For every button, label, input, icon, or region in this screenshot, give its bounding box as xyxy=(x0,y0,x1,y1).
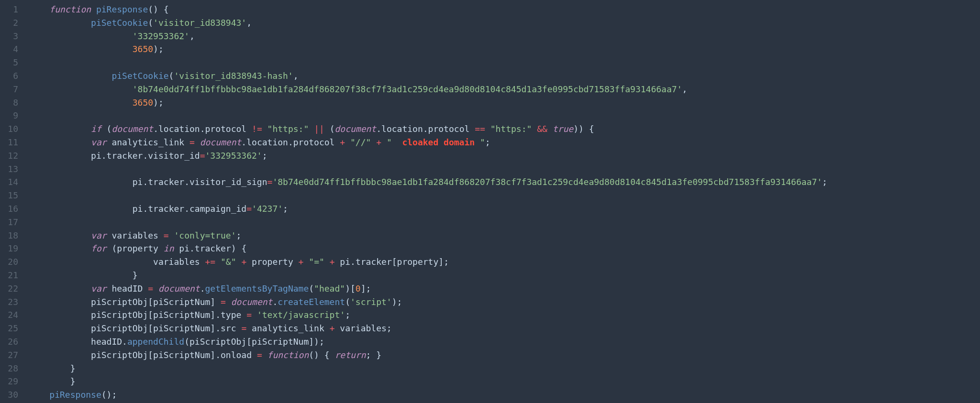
space xyxy=(532,124,537,134)
token-punct: ( xyxy=(148,18,153,28)
token-doc: document xyxy=(200,137,242,147)
space xyxy=(236,323,242,333)
token-punct: ; xyxy=(485,137,490,147)
token-punct: } xyxy=(376,350,381,360)
line-number: 21 xyxy=(0,269,18,282)
token-plain: variables xyxy=(340,323,387,333)
indent xyxy=(29,44,133,54)
line-10: if (document.location.protocol != "https… xyxy=(29,122,980,136)
indent xyxy=(29,137,91,147)
token-op: = xyxy=(257,350,262,360)
space xyxy=(169,230,174,240)
token-punct: } xyxy=(70,376,76,386)
token-num: 3650 xyxy=(133,98,153,108)
token-kw: true xyxy=(553,124,573,134)
token-punct: ; xyxy=(822,177,827,187)
space xyxy=(397,137,402,147)
token-plain: piScriptObj xyxy=(91,297,148,307)
token-punct: ] xyxy=(361,283,366,294)
line-number: 6 xyxy=(0,69,18,83)
paren-pair: () xyxy=(148,4,158,14)
token-punct: . xyxy=(122,337,127,347)
token-str: 'text/javascript' xyxy=(257,310,345,320)
token-op: && xyxy=(537,124,547,134)
token-punct: . xyxy=(288,137,293,147)
token-punct: . xyxy=(143,151,148,161)
token-punct: . xyxy=(184,177,189,187)
line-25: piScriptObj[piScriptNum].src = analytics… xyxy=(29,322,980,335)
token-call: piResponse xyxy=(49,390,101,400)
line-14: pi.tracker.visitor_id_sign='8b74e0dd74ff… xyxy=(29,175,980,189)
space xyxy=(381,137,387,147)
token-plain: headID xyxy=(91,337,122,347)
token-punct: ; xyxy=(444,257,449,267)
token-op: = xyxy=(189,137,195,147)
token-punct: ; xyxy=(366,350,371,360)
token-plain: pi xyxy=(133,177,143,187)
token-kw: in xyxy=(164,243,174,253)
line-8: 3650); xyxy=(29,96,980,109)
line-17 xyxy=(29,216,980,229)
token-plain: src xyxy=(221,323,236,333)
line-number: 22 xyxy=(0,282,18,295)
space xyxy=(345,137,350,147)
token-plain: analytics_link xyxy=(252,323,324,333)
indent xyxy=(29,376,70,386)
token-punct: . xyxy=(143,177,148,187)
token-plain: property xyxy=(397,257,439,267)
indent xyxy=(29,297,91,307)
token-fn-name: piResponse xyxy=(96,4,148,14)
line-number: 14 xyxy=(0,175,18,189)
indent xyxy=(29,124,91,134)
token-punct: ) xyxy=(573,124,579,134)
space xyxy=(475,137,480,147)
space xyxy=(226,297,231,307)
token-punct: ) xyxy=(153,98,158,108)
token-str: 'visitor_id838943-hash' xyxy=(174,71,293,81)
token-punct: ] xyxy=(309,337,314,347)
token-plain: piScriptNum xyxy=(153,350,210,360)
token-punct: { xyxy=(589,124,594,134)
token-op: = xyxy=(246,310,252,320)
space xyxy=(584,124,589,134)
token-punct: { xyxy=(241,243,246,253)
space xyxy=(324,257,330,267)
token-plain: analytics_link xyxy=(111,137,184,147)
code-area[interactable]: function piResponse() { piSetCookie('vis… xyxy=(23,3,980,403)
token-plain: visitor_id xyxy=(148,151,200,161)
token-plain: tracker xyxy=(356,257,392,267)
token-punct: ) xyxy=(345,283,350,294)
line-24: piScriptObj[piScriptNum].type = 'text/ja… xyxy=(29,308,980,322)
token-str: '8b74e0dd74ff1bffbbbc98ae1db1fa284df8682… xyxy=(272,177,822,187)
token-op: = xyxy=(246,204,252,214)
token-call: getElementsByTagName xyxy=(205,283,309,294)
token-num: 3650 xyxy=(133,44,153,54)
token-plain: onload xyxy=(221,350,252,360)
token-op: || xyxy=(314,124,324,134)
token-plain: location xyxy=(158,124,200,134)
token-plain: pi xyxy=(133,204,143,214)
space xyxy=(158,230,164,240)
space xyxy=(469,124,475,134)
token-punct: . xyxy=(143,204,148,214)
token-cloak: cloaked domain xyxy=(402,137,475,147)
token-str: " xyxy=(387,137,397,147)
line-number: 17 xyxy=(0,216,18,229)
line-9 xyxy=(29,109,980,122)
line-20: variables += "&" + property + "=" + pi.t… xyxy=(29,255,980,269)
token-punct: . xyxy=(189,243,195,253)
indent xyxy=(29,350,91,360)
indent xyxy=(29,151,91,161)
line-number: 9 xyxy=(0,109,18,122)
space xyxy=(252,310,257,320)
line-number: 1 xyxy=(0,3,18,16)
indent xyxy=(29,71,111,81)
token-punct: ; xyxy=(345,310,350,320)
token-doc: document xyxy=(335,124,377,134)
token-punct: . xyxy=(200,124,205,134)
line-16: pi.tracker.campaign_id='4237'; xyxy=(29,202,980,216)
indent xyxy=(29,257,153,267)
space xyxy=(215,257,221,267)
line-7: '8b74e0dd74ff1bffbbbc98ae1db1fa284df8682… xyxy=(29,83,980,96)
line-number: 12 xyxy=(0,149,18,163)
